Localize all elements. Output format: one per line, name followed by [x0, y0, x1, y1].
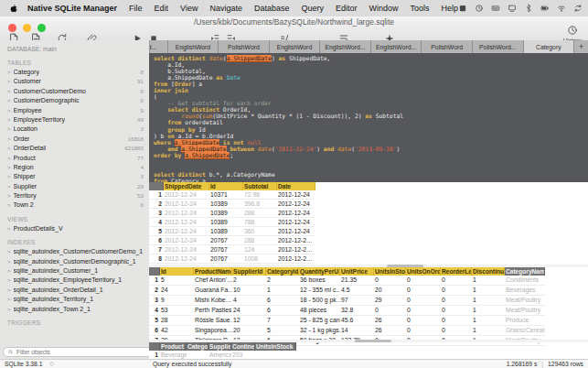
sidebar-item-product[interactable]: >Product77: [0, 154, 149, 163]
table-cell: 2: [266, 276, 299, 285]
bluetooth-icon[interactable]: [524, 4, 533, 13]
sync-icon[interactable]: [573, 4, 583, 13]
table-row[interactable]: 12012-12-241037172.962012-12-24: [149, 190, 315, 200]
column-header-subtotal[interactable]: Subtotal: [243, 182, 277, 190]
sidebar-item-town-2[interactable]: >Town 26: [0, 200, 149, 210]
table-row[interactable]: 32012-12-24103892882012-12-24: [149, 209, 315, 218]
column-header-shippeddate[interactable]: ShippedDate: [164, 182, 209, 190]
table-row[interactable]: 22012-12-2410389396.82012-12-24: [149, 200, 315, 209]
sidebar-item-customer[interactable]: >Customer91: [0, 77, 149, 86]
sidebar-item-sqlite-autoindex-customercustomerdemo-1[interactable]: >sqlite_autoindex_CustomerCustomerDemo_1: [0, 247, 149, 256]
menu-item-help[interactable]: Help: [442, 4, 459, 13]
tab-englishword[interactable]: EnglishWord: [270, 40, 321, 53]
menu-item-view[interactable]: View: [180, 4, 198, 13]
table-cell: Meat/Poultry: [505, 296, 545, 305]
sidebar-item-order[interactable]: >Order16818: [0, 135, 149, 144]
table-row[interactable]: 528Rössle Saue…12725 - 825 g cans45.6260…: [149, 316, 545, 326]
sidebar-item-employee[interactable]: >Employee9: [0, 106, 149, 115]
column-header-categoryid[interactable]: CategoryId: [266, 267, 299, 276]
column-header-continent[interactable]: Continent: [231, 342, 255, 351]
sidebar-item-supplier[interactable]: >Supplier29: [0, 182, 149, 191]
sidebar-item-sqlite-autoindex-orderdetail-1[interactable]: >sqlite_autoindex_OrderDetail_1: [0, 286, 149, 295]
sidebar-item-sqlite-autoindex-customerdemographic-1[interactable]: >sqlite_autoindex_CustomerDemographic_1: [0, 257, 149, 266]
menu-item-navigate[interactable]: Navigate: [209, 4, 242, 13]
sidebar-item-label: sqlite_autoindex_Territory_1: [14, 295, 94, 304]
code-line: [154, 158, 588, 165]
column-header-unitsonorder[interactable]: UnitsOnOrder: [406, 267, 441, 276]
table-row[interactable]: 453Perth Pasties24648 pieces32.80001Meat…: [149, 306, 545, 316]
tab-englishword-[interactable]: EnglishWord...: [371, 40, 422, 53]
column-header-product[interactable]: Product: [160, 342, 187, 351]
battery-icon[interactable]: [540, 4, 550, 13]
column-header-date[interactable]: Date: [277, 182, 315, 190]
column-header-category[interactable]: Category: [187, 342, 208, 351]
menu-item-edit[interactable]: Edit: [155, 4, 169, 13]
wifi-icon[interactable]: [557, 4, 566, 13]
sidebar-item-location[interactable]: >Location3: [0, 124, 149, 134]
code-line: (: [154, 93, 588, 100]
sidebar-item-productdetails-v[interactable]: >ProductDetails_V: [0, 224, 149, 233]
row-count-badge: 4: [141, 163, 144, 172]
apple-menu-icon[interactable]: [8, 4, 18, 14]
sidebar-item-sqlite-autoindex-territory-1[interactable]: >sqlite_autoindex_Territory_1: [0, 295, 149, 304]
column-header-productname[interactable]: ProductName: [194, 267, 232, 276]
app-square-icon[interactable]: [458, 4, 467, 13]
tab-polishword[interactable]: PolishWord: [422, 40, 473, 53]
column-header-discontinued[interactable]: Discontinued: [472, 267, 505, 276]
menu-item-window[interactable]: Window: [369, 4, 399, 13]
column-header-reorderlevel[interactable]: ReorderLevel: [441, 267, 472, 276]
sidebar-item-sqlite-autoindex-employeeterritory-1[interactable]: >sqlite_autoindex_EmployeeTerritory_1: [0, 276, 149, 285]
sidebar-item-customercustomerdemo[interactable]: >CustomerCustomerDemo0: [0, 87, 149, 96]
sidebar-item-customerdemographic[interactable]: >CustomerDemographic0: [0, 96, 149, 105]
menu-item-editor[interactable]: Editor: [336, 4, 358, 13]
table-row[interactable]: 82012-12-242076710082012-12-2…: [149, 254, 315, 264]
sidebar-item-sqlite-autoindex-customer-1[interactable]: >sqlite_autoindex_Customer_1: [0, 266, 149, 276]
menu-item-native-sqlite-manager[interactable]: Native SQLite Manager: [27, 4, 117, 13]
column-header-id[interactable]: Id: [160, 267, 194, 276]
menu-item-query[interactable]: Query: [301, 4, 324, 13]
table-row[interactable]: 224Guaraná Fa…10112 - 355 ml c…4.520001B…: [149, 286, 545, 296]
tab-category[interactable]: Category: [524, 40, 575, 53]
column-header-supplierid[interactable]: SupplierId: [232, 267, 266, 276]
column-header-quantityperunit[interactable]: QuantityPerUnit: [299, 267, 340, 276]
table-row[interactable]: 72012-12-24207671242012-12-2…: [149, 245, 315, 254]
column-header-unitsinstock[interactable]: UnitsInStock: [255, 342, 296, 351]
table-row[interactable]: 62012-12-24207672882012-12-2…: [149, 236, 315, 245]
status-bar: SQLite 3.38.1 Query executed successfull…: [0, 359, 588, 368]
tab-englishword-[interactable]: EnglishWord...: [320, 40, 371, 53]
filter-objects-input[interactable]: [16, 349, 148, 356]
clock-icon[interactable]: [475, 4, 484, 13]
tab-englishword[interactable]: EnglishWord: [168, 40, 219, 53]
table-row[interactable]: 15Chef Anton'…2236 boxes21.350001Condime…: [149, 276, 545, 286]
sidebar-item-region[interactable]: >Region4: [0, 163, 149, 172]
grid2-hscroll-thumb[interactable]: [355, 340, 391, 342]
version-stepper-icon[interactable]: [48, 361, 55, 367]
menu-item-file[interactable]: File: [129, 4, 143, 13]
tab-polishword[interactable]: PolishWord: [219, 40, 270, 53]
row-count-badge: 8: [141, 68, 144, 77]
column-header-id[interactable]: Id: [209, 182, 243, 190]
column-header-unitsinstock[interactable]: UnitsInStock: [374, 267, 406, 276]
column-header-categoryname[interactable]: CategoryName: [505, 267, 545, 276]
code-line: and a.ShippedDate between date('2012-12-…: [154, 146, 588, 152]
sql-editor[interactable]: select distinct date(a.ShippedDate) as S…: [149, 53, 588, 184]
sidebar-item-shipper[interactable]: >Shipper3: [0, 172, 149, 181]
table-row[interactable]: 39Mishi Kobe…4618 - 500 g pk…9729001Meat…: [149, 296, 545, 306]
menu-item-database[interactable]: Database: [254, 4, 290, 13]
table-row[interactable]: 52012-12-24103893602012-12-24: [149, 227, 315, 236]
column-header-supplier[interactable]: Supplier: [208, 342, 231, 351]
table-row[interactable]: 642Singaporea…20532 - 1 kg pkgs.1426001G…: [149, 326, 545, 336]
sidebar-item-sqlite-autoindex-town-2-1[interactable]: >sqlite_autoindex_Town 2_1: [0, 305, 149, 314]
table-cell: Perth Pasties: [194, 306, 232, 315]
add-tab-button[interactable]: +: [574, 40, 588, 53]
tab-polishword-[interactable]: PolishWord...: [473, 40, 524, 53]
menu-item-tools[interactable]: Tools: [411, 4, 430, 13]
sidebar-item-territory[interactable]: >Territory53: [0, 191, 149, 200]
column-header-unitprice[interactable]: UnitPrice: [340, 267, 374, 276]
table-row[interactable]: 42012-12-24103897882012-12-24: [149, 218, 315, 227]
sidebar-item-employeeterritory[interactable]: >EmployeeTerritory49: [0, 115, 149, 124]
display-icon[interactable]: [508, 4, 517, 13]
sidebar-item-orderdetail[interactable]: >OrderDetail621883: [0, 144, 149, 153]
sidebar-item-category[interactable]: >Category8: [0, 68, 149, 77]
keyboard-icon[interactable]: [491, 4, 500, 13]
